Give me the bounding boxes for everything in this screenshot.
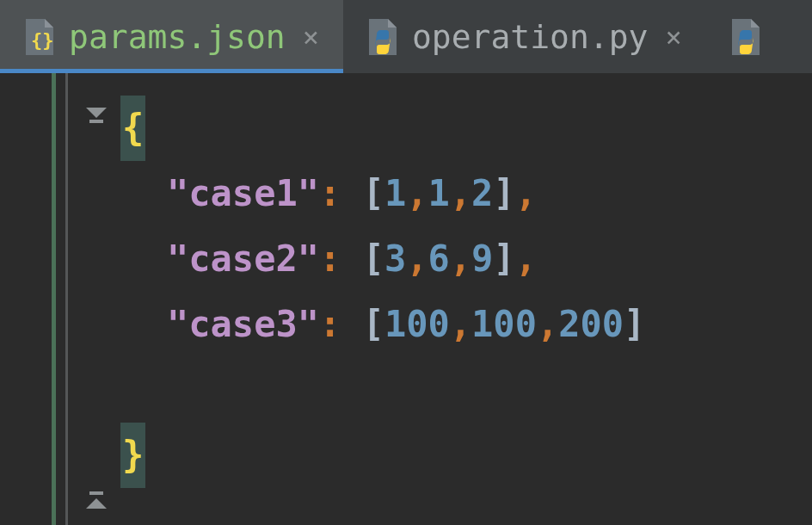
code-line: "case3": [100,100,200] [120, 292, 812, 357]
svg-rect-1 [89, 120, 103, 123]
close-icon[interactable]: × [299, 21, 323, 53]
code-line: { [120, 96, 812, 161]
svg-rect-2 [89, 491, 103, 495]
tab-operation-py[interactable]: operation.py × [343, 0, 706, 73]
code-line [120, 357, 812, 423]
python-file-icon [364, 17, 398, 57]
close-icon[interactable]: × [661, 21, 685, 53]
tab-partial[interactable] [706, 0, 796, 73]
tab-label: params.json [69, 18, 286, 56]
fold-collapse-icon[interactable] [83, 485, 110, 512]
code-line: } [120, 423, 812, 488]
json-file-icon: {} [21, 17, 55, 57]
code-line: "case2": [3,6,9], [120, 226, 812, 292]
editor-area: { "case1": [1,1,2], "case2": [3,6,9], "c… [0, 73, 812, 525]
gutter-guide-outer [52, 73, 56, 525]
svg-text:{}: {} [31, 29, 54, 51]
gutter-guide-inner [65, 73, 68, 525]
tab-bar: {} params.json × operation.py × [0, 0, 812, 73]
code-line: "case1": [1,1,2], [120, 161, 812, 226]
tab-params-json[interactable]: {} params.json × [0, 0, 343, 73]
close-brace: } [120, 423, 145, 488]
tab-label: operation.py [412, 18, 649, 56]
gutter [0, 73, 120, 525]
code-content[interactable]: { "case1": [1,1,2], "case2": [3,6,9], "c… [120, 73, 812, 525]
python-file-icon [727, 17, 761, 57]
fold-collapse-icon[interactable] [83, 104, 110, 132]
open-brace: { [120, 96, 145, 161]
